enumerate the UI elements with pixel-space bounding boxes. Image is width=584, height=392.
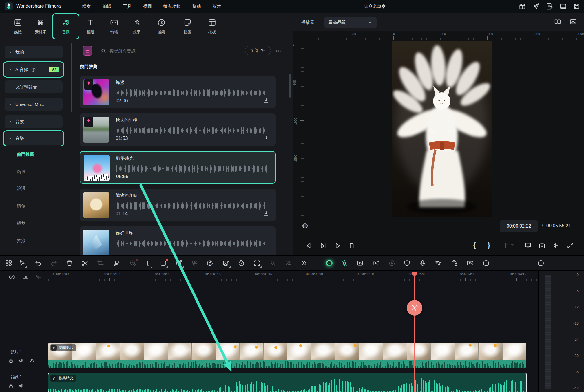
marker-button[interactable] <box>502 242 509 249</box>
chroma-key-button[interactable] <box>175 259 183 267</box>
manage-tracks-button[interactable] <box>35 274 42 281</box>
playhead-handle[interactable] <box>412 272 417 275</box>
clip-eye-button[interactable] <box>450 259 459 267</box>
sidebar-scrollbar[interactable] <box>71 43 72 112</box>
select-cursor-button[interactable] <box>18 259 26 267</box>
redo-button[interactable] <box>50 259 58 267</box>
adjust-button[interactable] <box>284 259 293 267</box>
music-item[interactable]: 你好世界 <box>80 226 276 255</box>
tab-轉場[interactable]: 轉場 <box>101 14 127 39</box>
category-浪漫[interactable]: 浪漫 <box>17 186 25 191</box>
menu-item[interactable]: 檔案 <box>82 4 91 9</box>
menu-item[interactable]: 擴充功能 <box>163 4 181 9</box>
playhead-line[interactable] <box>414 272 415 392</box>
track-target-button[interactable] <box>253 259 261 267</box>
text-video-button[interactable] <box>356 259 364 267</box>
ai-audio-button[interactable]: AI <box>206 259 214 267</box>
chevron-down-icon[interactable] <box>511 244 514 246</box>
search-input[interactable] <box>110 46 196 56</box>
mirror-display-button[interactable] <box>524 242 532 249</box>
audio-track-speaker[interactable] <box>19 383 24 389</box>
audio-music-list-button[interactable] <box>434 259 442 267</box>
mask-button[interactable] <box>159 259 167 267</box>
sidebar-item-我的[interactable]: 我的 <box>5 46 63 58</box>
video-star-button[interactable] <box>372 259 380 267</box>
music-item[interactable]: 秋天的午後 01:53 <box>80 113 276 146</box>
category-精選[interactable]: 精選 <box>17 169 25 175</box>
store-button[interactable] <box>83 46 92 56</box>
next-frame-button[interactable] <box>319 242 327 250</box>
video-preview[interactable] <box>392 41 492 217</box>
fullscreen-button[interactable] <box>567 242 574 249</box>
stop-button[interactable] <box>348 242 356 250</box>
snap-button[interactable] <box>9 274 16 281</box>
category-感傷[interactable]: 感傷 <box>17 203 25 209</box>
download-button[interactable] <box>263 135 269 141</box>
blend-button[interactable] <box>191 259 199 267</box>
sidebar-item-音效[interactable]: 音效 <box>5 115 63 128</box>
motion-track-button[interactable] <box>129 259 137 267</box>
layout-panel-button[interactable] <box>559 3 567 10</box>
tab-效果[interactable]: 效果 <box>124 14 150 39</box>
tab-素材庫[interactable]: 素材庫 <box>28 14 54 39</box>
sidebar-item-AI音頻[interactable]: AI音頻 AI <box>5 63 63 76</box>
split-scissors-cursor[interactable] <box>407 300 422 316</box>
menu-item[interactable]: 視圖 <box>143 4 152 9</box>
music-item[interactable]: 購物節介紹 01:14 <box>80 189 276 221</box>
help-icon-wrap[interactable] <box>31 67 36 72</box>
undo-button[interactable] <box>34 259 42 267</box>
tab-標題[interactable]: 標題 <box>78 14 104 39</box>
trash-button[interactable] <box>65 259 74 267</box>
video-track-eye[interactable] <box>29 358 35 364</box>
crop-button[interactable] <box>96 259 105 267</box>
scissors-button[interactable] <box>81 259 89 267</box>
video-track-lock-open[interactable] <box>8 358 14 364</box>
keyframe-button[interactable] <box>269 259 277 267</box>
mark-out-button[interactable]: } <box>488 242 490 249</box>
list-scrollbar[interactable] <box>289 74 291 98</box>
auto-ripple-button[interactable] <box>466 259 474 267</box>
audio-track-lock-open[interactable] <box>8 383 14 389</box>
music-item[interactable]: 舞猴 02:06 <box>80 76 276 108</box>
scope-button[interactable] <box>570 18 577 25</box>
tab-濾鏡[interactable]: 濾鏡 <box>148 14 174 39</box>
menu-item[interactable]: 編輯 <box>103 4 111 9</box>
audio-volume-line[interactable] <box>48 382 526 382</box>
mic-button[interactable] <box>419 259 427 267</box>
filmora-logo-icon[interactable] <box>5 2 13 10</box>
render-play-button[interactable] <box>388 259 396 267</box>
tab-模板[interactable]: 模板 <box>199 14 225 39</box>
zoom-in-button[interactable] <box>537 259 545 267</box>
sidebar-item-Universal Mu...[interactable]: Universal Mu... <box>5 98 63 111</box>
menu-item[interactable]: 工具 <box>123 4 132 9</box>
speed-button[interactable] <box>237 259 245 267</box>
category-鋼琴[interactable]: 鋼琴 <box>17 221 25 226</box>
beat-detect-button[interactable] <box>112 259 120 267</box>
ai-copilot-button[interactable] <box>325 259 333 267</box>
download-button[interactable] <box>263 97 269 104</box>
seek-handle[interactable] <box>302 223 308 228</box>
tab-貼圖[interactable]: 貼圖 <box>175 14 201 39</box>
enhance-button[interactable] <box>340 259 348 267</box>
more-options-button[interactable] <box>275 48 282 54</box>
mark-in-button[interactable]: { <box>473 242 476 249</box>
avatar-sticker-button[interactable] <box>222 259 230 267</box>
sidebar-item-文字轉語音[interactable]: 文字轉語音 <box>5 80 63 93</box>
music-item[interactable]: 歡樂時光 05:55 <box>80 151 276 184</box>
seek-bar[interactable] <box>304 226 492 226</box>
share-button[interactable] <box>532 3 540 10</box>
quality-dropdown[interactable]: 最高品質 <box>324 17 377 28</box>
category-搖滾[interactable]: 搖滾 <box>17 238 25 243</box>
sidebar-item-音樂[interactable]: 音樂 <box>5 132 63 145</box>
previous-frame-button[interactable] <box>304 242 313 250</box>
save-button[interactable] <box>573 3 581 10</box>
export-list-button[interactable] <box>546 3 553 10</box>
snapshot-button[interactable] <box>538 242 546 249</box>
download-button[interactable] <box>263 210 269 217</box>
zoom-out-button[interactable] <box>482 259 490 267</box>
category-熱門推薦[interactable]: 熱門推薦 <box>17 152 34 157</box>
mute-button[interactable] <box>552 242 559 249</box>
gift-button[interactable] <box>519 3 526 10</box>
video-clip[interactable]: 旋轉影片 <box>48 343 526 368</box>
menu-item[interactable]: 幫助 <box>192 4 201 9</box>
